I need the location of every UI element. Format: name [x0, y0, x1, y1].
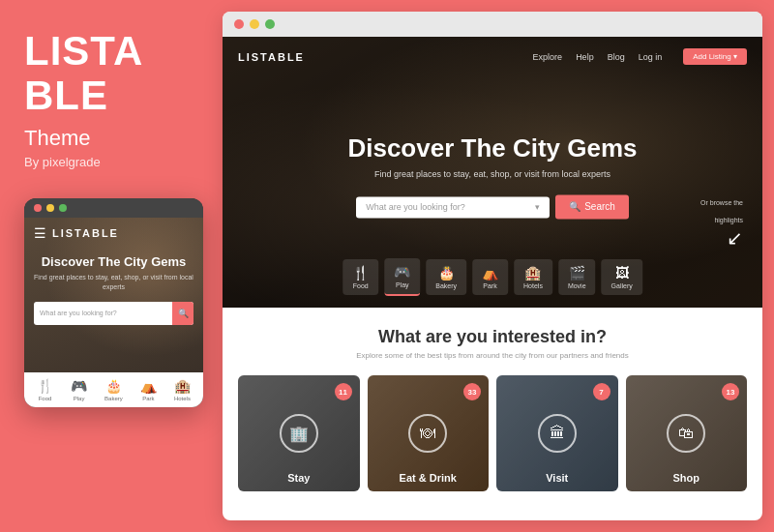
mobile-dot-yellow [46, 204, 54, 212]
park-category-icon: ⛺ [482, 265, 498, 281]
card-shop[interactable]: 🛍 13 Shop [626, 375, 748, 491]
browser-chrome [223, 12, 762, 37]
category-gallery[interactable]: 🖼 Gallery [602, 259, 642, 295]
food-icon: 🍴 [37, 378, 53, 394]
mobile-nav: ☰ LISTABLE [34, 225, 194, 241]
play-category-icon: 🎮 [394, 264, 410, 280]
website-nav: LISTABLE Explore Help Blog Log in Add Li… [223, 37, 762, 76]
mobile-nav-play[interactable]: 🎮 Play [71, 378, 87, 401]
eat-label: Eat & Drink [400, 472, 457, 484]
brand-subtitle: Theme [24, 126, 198, 151]
visit-label: Visit [546, 472, 568, 484]
nav-login[interactable]: Log in [639, 52, 663, 62]
website-bottom-section: What are you interested in? Explore some… [223, 308, 762, 507]
website-content: LISTABLE Explore Help Blog Log in Add Li… [223, 37, 762, 520]
hamburger-icon[interactable]: ☰ [34, 225, 46, 241]
gallery-category-label: Gallery [611, 282, 633, 289]
category-movie[interactable]: 🎬 Movie [558, 259, 596, 295]
shop-label: Shop [673, 472, 700, 484]
browser-dot-green [265, 19, 275, 29]
card-stay[interactable]: 🏢 11 Stay [238, 375, 360, 491]
website-hero: LISTABLE Explore Help Blog Log in Add Li… [223, 37, 762, 308]
category-bakery[interactable]: 🎂 Bakery [426, 259, 466, 295]
search-placeholder-text: What are you looking for? [366, 202, 465, 212]
stay-badge: 11 [335, 383, 352, 400]
website-logo: LISTABLE [238, 51, 305, 63]
mobile-dot-red [34, 204, 42, 212]
mobile-search-button[interactable]: 🔍 [172, 302, 194, 325]
dropdown-arrow-icon: ▾ [535, 202, 540, 212]
card-eat[interactable]: 🍽 33 Eat & Drink [368, 375, 490, 491]
mobile-nav-bakery-label: Bakery [104, 396, 123, 401]
section-subtitle: Explore some of the best tips from aroun… [238, 351, 747, 360]
food-category-label: Food [353, 282, 369, 289]
movie-category-label: Movie [568, 282, 586, 289]
browser-dot-red [234, 19, 244, 29]
mobile-search-bar[interactable]: What are you looking for? 🔍 [34, 302, 194, 325]
mobile-nav-food-label: Food [39, 396, 52, 401]
mobile-search-input[interactable]: What are you looking for? [34, 310, 172, 316]
visit-badge: 7 [593, 383, 610, 400]
play-icon: 🎮 [71, 378, 87, 394]
play-category-label: Play [396, 281, 409, 288]
mobile-nav-hotels-label: Hotels [174, 396, 191, 401]
browser-dot-yellow [250, 19, 259, 29]
park-category-label: Park [483, 282, 496, 289]
mobile-logo: LISTABLE [52, 227, 119, 239]
mobile-mockup: ☰ LISTABLE Discover The City Gems Find g… [24, 198, 203, 407]
mobile-hero-subtitle: Find great places to stay, eat, shop, or… [34, 273, 194, 292]
right-panel: LISTABLE Explore Help Blog Log in Add Li… [223, 12, 762, 520]
category-play[interactable]: 🎮 Play [384, 258, 420, 296]
mobile-nav-park-label: Park [142, 396, 154, 401]
park-icon: ⛺ [140, 378, 157, 394]
hotels-category-label: Hotels [523, 282, 543, 289]
mobile-nav-hotels[interactable]: 🏨 Hotels [174, 378, 191, 401]
cards-row: 🏢 11 Stay 🍽 33 Eat & Drink 🏛 [238, 375, 747, 491]
category-park[interactable]: ⛺ Park [472, 259, 508, 295]
section-title: What are you interested in? [238, 327, 747, 347]
search-icon: 🔍 [569, 201, 580, 212]
website-hero-title: Discover The City Gems [223, 133, 762, 163]
mobile-hero-content: ☰ LISTABLE Discover The City Gems Find g… [24, 218, 203, 372]
bakery-icon: 🎂 [105, 378, 122, 394]
visit-icon-circle: 🏛 [538, 414, 577, 453]
add-listing-button[interactable]: Add Listing ▾ [683, 48, 747, 65]
stay-icon-circle: 🏢 [280, 414, 318, 453]
website-nav-links: Explore Help Blog Log in Add Listing ▾ [533, 48, 747, 65]
mobile-nav-play-label: Play [74, 396, 85, 401]
left-panel: LISTA BLE Theme By pixelgrade ☰ LISTABLE… [0, 0, 223, 532]
shop-badge: 13 [722, 383, 739, 400]
card-visit[interactable]: 🏛 7 Visit [496, 375, 618, 491]
hotels-category-icon: 🏨 [524, 265, 541, 281]
movie-category-icon: 🎬 [569, 265, 585, 281]
category-food[interactable]: 🍴 Food [342, 259, 378, 295]
brand-byline: By pixelgrade [24, 155, 198, 169]
mobile-nav-bakery[interactable]: 🎂 Bakery [104, 378, 123, 401]
bakery-category-label: Bakery [435, 282, 457, 289]
category-hotels[interactable]: 🏨 Hotels [514, 259, 552, 295]
website-search-button[interactable]: 🔍 Search [555, 194, 629, 219]
mobile-nav-food[interactable]: 🍴 Food [37, 378, 53, 401]
website-search-area: What are you looking for? ▾ 🔍 Search [223, 194, 762, 219]
gallery-category-icon: 🖼 [615, 265, 629, 281]
nav-help[interactable]: Help [576, 52, 594, 62]
food-category-icon: 🍴 [352, 265, 369, 281]
bakery-category-icon: 🎂 [438, 265, 455, 281]
curved-arrow-icon: ↙ [700, 226, 743, 250]
website-search-dropdown[interactable]: What are you looking for? ▾ [356, 196, 550, 218]
browse-hint: Or browse the highlights ↙ [700, 192, 743, 250]
nav-blog[interactable]: Blog [608, 52, 625, 62]
browse-hint-text: Or browse the highlights [700, 199, 743, 223]
hotels-icon: 🏨 [174, 378, 191, 394]
website-categories: 🍴 Food 🎮 Play 🎂 Bakery ⛺ Park 🏨 Ho [342, 258, 642, 296]
shop-icon-circle: 🛍 [667, 414, 705, 453]
mobile-dot-green [59, 204, 67, 212]
nav-explore[interactable]: Explore [533, 52, 563, 62]
mobile-nav-park[interactable]: ⛺ Park [140, 378, 157, 401]
website-hero-subtitle: Find great places to stay, eat, shop, or… [223, 169, 762, 179]
brand-title: LISTA BLE [24, 29, 198, 118]
stay-label: Stay [287, 472, 310, 484]
eat-badge: 33 [463, 383, 481, 400]
mobile-hero: ☰ LISTABLE Discover The City Gems Find g… [24, 218, 203, 372]
mobile-footer-nav: 🍴 Food 🎮 Play 🎂 Bakery ⛺ Park 🏨 Hotels [24, 372, 203, 407]
